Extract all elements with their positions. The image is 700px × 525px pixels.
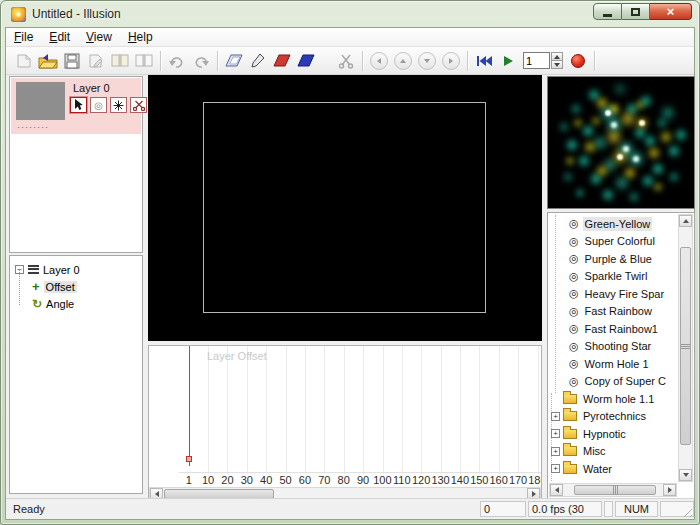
expand-icon[interactable] (551, 447, 560, 456)
pick-tool-button[interactable] (246, 49, 270, 72)
library-item[interactable]: Water (550, 460, 677, 478)
spark-tool-button[interactable] (110, 97, 127, 113)
move-icon: + (32, 282, 40, 292)
effect-icon (569, 271, 579, 282)
client-area: File Edit View Help (5, 27, 695, 520)
blue-layer-button[interactable] (294, 49, 318, 72)
effect-preview[interactable] (547, 76, 695, 209)
undo-button[interactable] (165, 49, 189, 72)
ruler-tick: 170 (508, 473, 527, 487)
layer-name: Layer 0 (73, 82, 110, 94)
library-item[interactable]: Sparkle Twirl (550, 268, 677, 286)
timeline-panel[interactable]: Layer Offset 110203040506070809010011012… (148, 345, 542, 502)
effect-icon (569, 218, 579, 229)
library-item[interactable]: Worm Hole 1 (550, 355, 677, 373)
playhead-line[interactable] (189, 346, 190, 466)
library-item[interactable]: Misc (550, 443, 677, 461)
record-icon (571, 54, 585, 68)
scrollbar-thumb[interactable] (574, 485, 656, 495)
tree-item-layer0[interactable]: − Layer 0 (10, 261, 142, 278)
menu-item[interactable]: Edit (41, 28, 78, 46)
menu-item[interactable]: File (6, 28, 41, 46)
minimize-button[interactable] (593, 3, 622, 20)
menu-item[interactable]: Help (120, 28, 161, 46)
spin-down-button[interactable] (551, 60, 563, 69)
layer-strip[interactable]: Layer 0 ◎ ········ (11, 78, 141, 134)
cut-tool-button[interactable] (130, 97, 147, 113)
ruler-tick: 180 (528, 473, 541, 487)
tree-item-angle[interactable]: ↻ Angle (10, 295, 142, 312)
rewind-button[interactable] (472, 49, 496, 72)
orbit-up-button[interactable] (391, 49, 415, 72)
record-button[interactable] (566, 49, 590, 72)
ruler-tick: 70 (315, 473, 334, 487)
tree-item-label: Offset (44, 281, 77, 293)
scroll-up-button[interactable] (679, 215, 692, 227)
timeline-track-label: Layer Offset (207, 350, 267, 362)
scrollbar-thumb[interactable] (680, 247, 691, 445)
tree-item-offset[interactable]: + Offset (10, 278, 142, 295)
layer-thumbnail[interactable] (16, 82, 65, 120)
playhead-marker[interactable] (186, 456, 192, 462)
library-item[interactable]: Copy of Super C (550, 373, 677, 391)
menu-item[interactable]: View (78, 28, 120, 46)
library-item[interactable]: Fast Rainbow (550, 303, 677, 321)
status-field-frame: 0 (480, 501, 526, 517)
frame-spinner (523, 52, 563, 69)
browse-book-button[interactable] (132, 49, 156, 72)
stage-tool-button[interactable] (222, 49, 246, 72)
maximize-button[interactable] (622, 3, 650, 20)
library-book-button[interactable] (108, 49, 132, 72)
scroll-left-button[interactable] (550, 484, 563, 496)
library-item[interactable]: Hypnotic (550, 425, 677, 443)
scroll-down-button[interactable] (679, 469, 692, 481)
expand-icon[interactable] (551, 464, 560, 473)
ruler-tick: 30 (237, 473, 256, 487)
pointer-tool-button[interactable] (70, 97, 87, 113)
library-hscrollbar[interactable] (549, 483, 677, 497)
frame-input[interactable] (523, 52, 550, 69)
thumb-grip (681, 344, 690, 349)
library-vscrollbar[interactable] (678, 214, 693, 482)
status-field-empty (604, 501, 613, 517)
timeline-grid (201, 346, 541, 474)
scissors-icon (133, 100, 145, 111)
ruler-tick: 40 (257, 473, 276, 487)
status-field-num-lock: NUM (615, 501, 658, 517)
effect-icon (569, 358, 579, 369)
toolbar-separator (160, 51, 161, 71)
library-item[interactable]: Fast Rainbow1 (550, 320, 677, 338)
orbit-left-button[interactable] (367, 49, 391, 72)
expand-icon[interactable] (551, 412, 560, 421)
ruler-tick: 1 (179, 473, 198, 487)
folder-icon (563, 429, 577, 439)
spinner-arrows (551, 52, 563, 69)
folder-icon (563, 394, 577, 404)
play-button[interactable] (496, 49, 520, 72)
scissors-tool-button[interactable] (334, 49, 358, 72)
stage-canvas[interactable] (148, 75, 542, 341)
library-item[interactable]: Purple & Blue (550, 250, 677, 268)
save-button[interactable] (60, 49, 84, 72)
red-layer-button[interactable] (270, 49, 294, 72)
close-button[interactable]: × (650, 3, 692, 20)
scroll-right-button[interactable] (663, 484, 676, 496)
orbit-down-button[interactable] (415, 49, 439, 72)
ruler-tick: 100 (373, 473, 392, 487)
orbit-right-button[interactable] (439, 49, 463, 72)
target-tool-button[interactable]: ◎ (90, 97, 107, 113)
arrow-left-icon (370, 52, 388, 70)
open-button[interactable] (36, 49, 60, 72)
library-item[interactable]: Heavy Fire Spar (550, 285, 677, 303)
library-item[interactable]: Super Colorful (550, 233, 677, 251)
paste-button[interactable] (84, 49, 108, 72)
library-item[interactable]: Pyrotechnics (550, 408, 677, 426)
library-item[interactable]: Shooting Star (550, 338, 677, 356)
minimize-icon (603, 14, 612, 17)
library-item[interactable]: Worm hole 1.1 (550, 390, 677, 408)
library-item[interactable]: Green-Yellow (550, 215, 677, 233)
new-document-button[interactable] (12, 49, 36, 72)
redo-button[interactable] (189, 49, 213, 72)
title-bar[interactable]: Untitled - Illusion × (1, 1, 699, 27)
expand-icon[interactable] (551, 429, 560, 438)
